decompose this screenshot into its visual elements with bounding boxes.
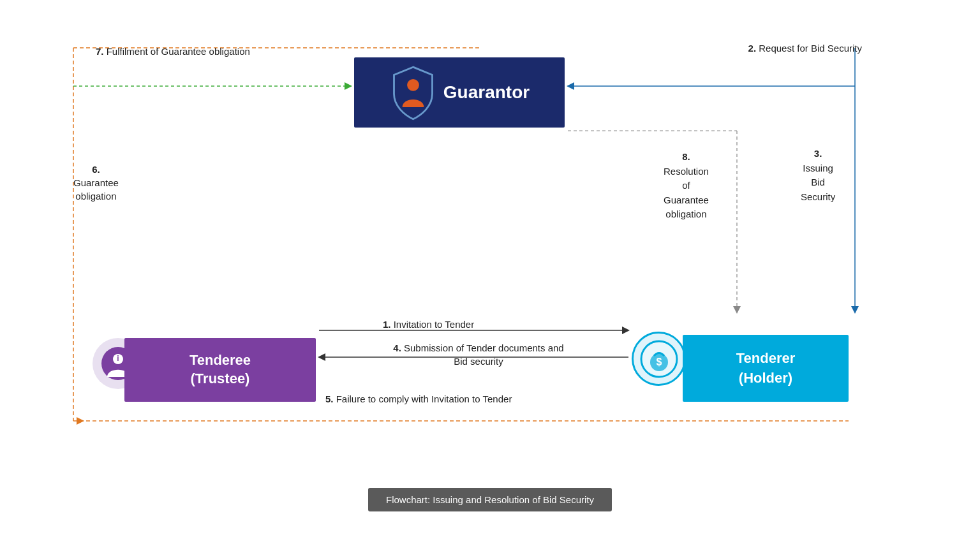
tenderer-box: Tenderer(Holder) — [683, 335, 849, 402]
tenderer-icon-circle: $ — [632, 332, 686, 386]
svg-marker-5 — [345, 82, 352, 90]
svg-marker-14 — [622, 327, 630, 334]
step5-label: 5. Failure to comply with Invitation to … — [325, 392, 512, 406]
svg-point-18 — [407, 79, 419, 91]
tenderee-label: Tenderee(Trustee) — [189, 351, 251, 388]
svg-marker-11 — [733, 306, 741, 314]
svg-marker-2 — [77, 418, 83, 424]
step2-label: 2. Request for Bid Security — [748, 41, 862, 55]
step1-label: 1. Invitation to Tender — [383, 318, 474, 331]
svg-marker-9 — [851, 306, 859, 314]
step7-label: 7. Fulfilment of Guarantee obligation — [96, 45, 250, 58]
svg-text:$: $ — [656, 356, 662, 367]
step8-label: 8.ResolutionofGuaranteeobligation — [664, 150, 709, 222]
guarantor-icon — [389, 64, 437, 121]
guarantor-label: Guarantor — [443, 82, 530, 103]
diagram-container: Guarantor i Tenderee(Trustee) $ Tenderer… — [0, 0, 980, 551]
svg-marker-7 — [567, 82, 574, 90]
step3-label: 3.IssuingBidSecurity — [801, 147, 835, 204]
tenderer-label: Tenderer(Holder) — [736, 349, 796, 388]
svg-marker-16 — [318, 353, 325, 361]
step6-label: 6.Guaranteeobligation — [73, 163, 119, 203]
tenderer-icon: $ — [640, 340, 678, 378]
guarantor-box: Guarantor — [354, 57, 565, 128]
step4-label: 4. Submission of Tender documents andBid… — [332, 341, 625, 368]
footer-caption: Flowchart: Issuing and Resolution of Bid… — [368, 488, 612, 511]
svg-text:i: i — [117, 354, 119, 363]
svg-marker-17 — [77, 417, 84, 425]
tenderee-box: Tenderee(Trustee) — [124, 338, 316, 402]
